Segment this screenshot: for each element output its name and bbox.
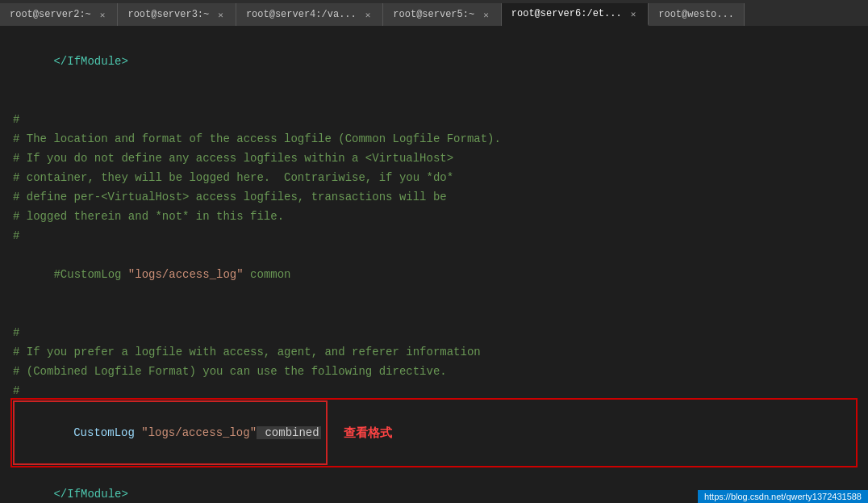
string-logs: "logs/access_log": [128, 268, 244, 281]
tag-ifmodule-close: </IfModule>: [53, 55, 127, 68]
tab-server2-close[interactable]: ✕: [98, 9, 108, 21]
customlog-string: "logs/access_log": [141, 426, 257, 439]
tab-server6-label: root@server6:/et...: [511, 8, 622, 19]
tab-server5-label: root@server5:~: [393, 9, 474, 20]
code-line-comment-logged: # logged therein and *not* in this file.: [0, 207, 868, 226]
combined-value: combined: [257, 426, 321, 439]
code-line-customlog-active: CustomLog "logs/access_log" combined 查看格…: [0, 400, 868, 465]
tab-server6-close[interactable]: ✕: [628, 8, 639, 20]
highlighted-box: CustomLog "logs/access_log" combined: [13, 400, 328, 465]
annotation-label: 查看格式: [344, 423, 392, 442]
tab-server4-label: root@server4:/va...: [246, 9, 357, 20]
code-line-blank-1: [0, 90, 868, 110]
tab-server2[interactable]: root@server2:~ ✕: [0, 3, 118, 26]
code-line-hash-2: #: [0, 226, 868, 245]
tab-server4-close[interactable]: ✕: [363, 9, 373, 21]
tab-bar: root@server2:~ ✕ root@server3:~ ✕ root@s…: [0, 0, 868, 26]
tab-westo-label: root@westo...: [658, 9, 734, 20]
comment-customlog: #CustomLog: [53, 268, 127, 281]
code-line-comment-location: # The location and format of the access …: [0, 129, 868, 149]
code-line-comment-define: # define per-<VirtualHost> access logfil…: [0, 187, 868, 207]
tab-server3[interactable]: root@server3:~ ✕: [118, 3, 236, 26]
code-line-comment-container: # container, they will be logged here. C…: [0, 168, 868, 187]
url-text: https://blog.csdn.net/qwerty1372431588: [704, 492, 862, 501]
tab-server5[interactable]: root@server5:~ ✕: [383, 3, 501, 26]
code-line-hash-3: #: [0, 323, 868, 342]
tab-server3-close[interactable]: ✕: [215, 9, 226, 21]
tab-server2-label: root@server2:~: [10, 9, 91, 20]
code-line-hash-4: #: [0, 381, 868, 400]
tab-server6[interactable]: root@server6:/et... ✕: [502, 3, 649, 26]
code-line-blank-2: [0, 304, 868, 323]
code-line-hash-1: #: [0, 110, 868, 129]
tab-westo[interactable]: root@westo...: [649, 3, 745, 26]
customlog-keyword: CustomLog: [73, 426, 141, 439]
tag-ifmodule-close2: </IfModule>: [53, 488, 127, 501]
comment-common: common: [244, 268, 291, 281]
code-line-customlog-commented: #CustomLog "logs/access_log" common: [0, 245, 868, 304]
code-line-comment-combined: # (Combined Logfile Format) you can use …: [0, 362, 868, 381]
tab-server4[interactable]: root@server4:/va... ✕: [236, 3, 383, 26]
tab-server3-label: root@server3:~: [127, 9, 209, 20]
code-line-1: </IfModule>: [0, 32, 868, 90]
status-bar-url: https://blog.csdn.net/qwerty1372431588: [698, 490, 868, 503]
code-line-comment-prefer: # If you prefer a logfile with access, a…: [0, 342, 868, 362]
code-line-comment-if: # If you do not define any access logfil…: [0, 149, 868, 168]
code-editor: </IfModule> # # The location and format …: [0, 26, 868, 503]
tab-server5-close[interactable]: ✕: [481, 9, 491, 21]
